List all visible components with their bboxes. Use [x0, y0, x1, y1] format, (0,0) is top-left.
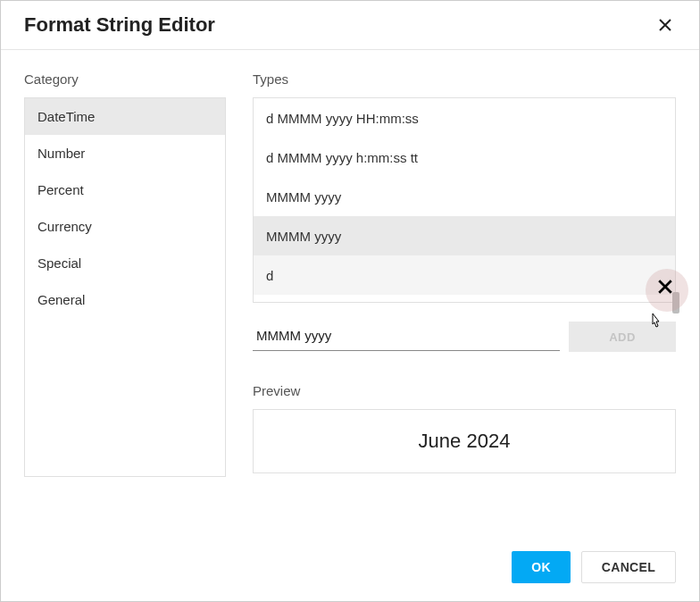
category-label: Category: [24, 71, 226, 87]
type-item[interactable]: d MMMM yyyy HH:mm:ss: [254, 98, 675, 138]
close-button[interactable]: [654, 14, 676, 36]
dialog-title: Format String Editor: [24, 13, 215, 37]
category-item-number[interactable]: Number: [25, 135, 225, 171]
category-item-datetime[interactable]: DateTime: [25, 98, 225, 135]
category-item-special[interactable]: Special: [25, 245, 225, 281]
type-item[interactable]: d MMMM yyyy h:mm:ss tt: [254, 138, 675, 177]
dialog-header: Format String Editor: [1, 1, 699, 50]
types-label: Types: [253, 71, 676, 87]
category-item-general[interactable]: General: [25, 281, 225, 318]
category-column: Category DateTime Number Percent Currenc…: [24, 71, 226, 537]
format-input[interactable]: [253, 322, 560, 351]
category-item-currency[interactable]: Currency: [25, 208, 225, 245]
ok-button[interactable]: OK: [512, 551, 571, 583]
dialog-body: Category DateTime Number Percent Currenc…: [1, 50, 699, 537]
cancel-button[interactable]: CANCEL: [581, 551, 676, 583]
type-item[interactable]: d: [254, 255, 675, 295]
category-item-percent[interactable]: Percent: [25, 171, 225, 208]
delete-icon: [657, 277, 673, 300]
add-button[interactable]: ADD: [569, 322, 676, 352]
type-item-label: d MMMM yyyy h:mm:ss tt: [266, 150, 418, 165]
type-item-label: MMMM yyyy: [266, 229, 341, 244]
types-column: Types d MMMM yyyy HH:mm:ss d MMMM yyyy h…: [253, 71, 676, 537]
close-icon: [658, 18, 672, 32]
preview-label: Preview: [253, 383, 676, 398]
type-item[interactable]: MMMM yyyy: [254, 177, 675, 216]
format-string-editor-dialog: Format String Editor Category DateTime N…: [0, 0, 700, 602]
type-item-label: MMMM yyyy: [266, 189, 341, 205]
types-list-wrapper: d MMMM yyyy HH:mm:ss d MMMM yyyy h:mm:ss…: [253, 97, 676, 303]
preview-box: June 2024: [253, 409, 676, 473]
type-item[interactable]: MMMM yyyy: [254, 216, 675, 255]
add-format-row: ADD: [253, 321, 676, 353]
dialog-footer: OK CANCEL: [1, 537, 699, 601]
delete-type-button[interactable]: [646, 269, 688, 312]
preview-value: June 2024: [419, 430, 511, 453]
types-list[interactable]: d MMMM yyyy HH:mm:ss d MMMM yyyy h:mm:ss…: [253, 97, 676, 303]
category-list: DateTime Number Percent Currency Special…: [24, 97, 226, 477]
type-item-label: d MMMM yyyy HH:mm:ss: [266, 111, 419, 126]
type-item-label: d: [266, 268, 273, 283]
